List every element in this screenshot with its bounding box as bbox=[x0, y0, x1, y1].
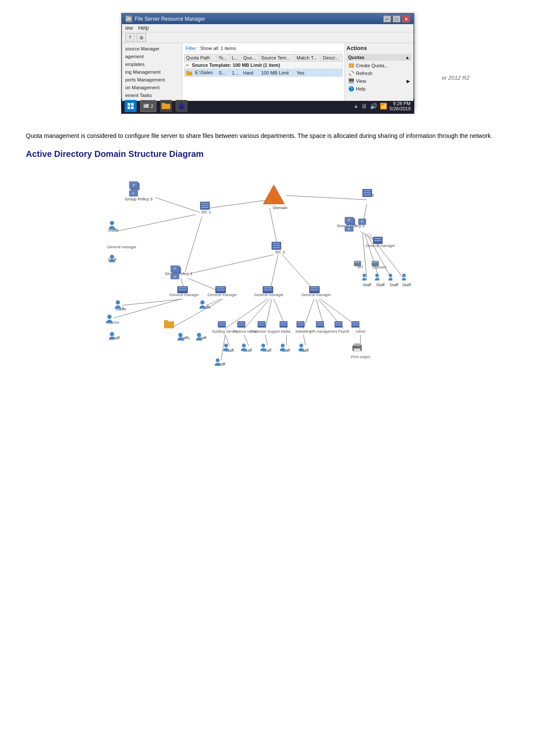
svg-rect-156 bbox=[216, 290, 225, 291]
svg-rect-164 bbox=[219, 322, 225, 324]
col-quo[interactable]: Quo... bbox=[241, 54, 259, 62]
svg-rect-182 bbox=[335, 322, 342, 324]
col-quota-path[interactable]: Quota Path bbox=[184, 54, 217, 62]
sidebar: source Manager agement emplates ing Mana… bbox=[122, 43, 182, 101]
svg-line-21 bbox=[208, 200, 269, 209]
svg-line-34 bbox=[363, 234, 367, 280]
col-source-tem[interactable]: Source Tem... bbox=[259, 54, 294, 62]
create-quota-label: Create Quota... bbox=[356, 63, 388, 68]
svg-text:+: + bbox=[350, 64, 352, 68]
menu-bar: iew Help bbox=[122, 24, 413, 32]
svg-rect-11 bbox=[128, 103, 130, 106]
taskbar-clock: 9:28 PM 5/26/2019 bbox=[390, 101, 411, 111]
col-l[interactable]: L... bbox=[230, 54, 241, 62]
svg-rect-8 bbox=[349, 82, 354, 84]
svg-rect-183 bbox=[335, 325, 342, 326]
toolbar-grid-button[interactable]: ⊞ bbox=[137, 33, 146, 42]
svg-rect-113 bbox=[363, 192, 371, 194]
svg-point-149 bbox=[178, 333, 183, 337]
svg-text:P: P bbox=[174, 267, 176, 271]
diagram-svg: Staffs General manager Staff Group Polic… bbox=[26, 166, 509, 381]
app-icon bbox=[125, 16, 132, 22]
action-help[interactable]: ? Help bbox=[347, 85, 412, 93]
maximize-button[interactable]: □ bbox=[393, 16, 400, 22]
help-icon: ? bbox=[348, 86, 354, 92]
sidebar-item-ement-tasks[interactable]: ement Tasks bbox=[122, 91, 182, 99]
svg-rect-165 bbox=[219, 325, 225, 326]
taskbar-app-label: 2 bbox=[151, 103, 153, 109]
svg-text:Marketing: Marketing bbox=[296, 330, 312, 334]
svg-point-139 bbox=[363, 274, 366, 277]
svg-point-195 bbox=[359, 346, 360, 348]
menu-help[interactable]: Help bbox=[138, 25, 149, 31]
svg-line-51 bbox=[244, 335, 249, 346]
minimize-button[interactable]: – bbox=[383, 16, 391, 22]
svg-rect-155 bbox=[216, 287, 225, 289]
svg-rect-127 bbox=[272, 245, 280, 247]
svg-text:Media: Media bbox=[281, 330, 291, 334]
sidebar-item-management[interactable]: agement bbox=[122, 53, 182, 60]
col-pct[interactable]: %... bbox=[217, 54, 230, 62]
svg-line-54 bbox=[303, 335, 306, 346]
taskbar-icon-folder[interactable] bbox=[160, 100, 172, 112]
svg-rect-173 bbox=[280, 322, 287, 324]
table-header-row: Quota Path %... L... Quo... Source Tem..… bbox=[184, 54, 342, 62]
main-content: Filter : Show all: 1 items Quota Path %.… bbox=[182, 43, 344, 101]
svg-rect-167 bbox=[238, 322, 245, 324]
svg-rect-4 bbox=[186, 71, 189, 72]
svg-rect-158 bbox=[264, 287, 272, 289]
taskbar-app-fsrm[interactable]: 2 bbox=[140, 100, 156, 112]
start-button[interactable] bbox=[125, 100, 137, 112]
svg-text:Payroll: Payroll bbox=[338, 330, 349, 334]
actions-quotas-section[interactable]: Quotas ▲ bbox=[347, 54, 412, 61]
col-match-t[interactable]: Match T... bbox=[295, 54, 321, 62]
actions-header: Actions bbox=[347, 45, 412, 52]
svg-point-142 bbox=[402, 274, 406, 277]
svg-text:DC 1: DC 1 bbox=[201, 209, 211, 214]
svg-point-188 bbox=[242, 344, 246, 348]
svg-text:Print output: Print output bbox=[351, 355, 371, 359]
svg-line-43 bbox=[244, 299, 270, 329]
svg-rect-108 bbox=[201, 205, 209, 206]
svg-rect-193 bbox=[354, 344, 361, 346]
sidebar-item-templates[interactable]: emplates bbox=[122, 60, 182, 68]
create-quota-icon: + bbox=[348, 62, 354, 69]
title-controls: – □ ✕ bbox=[383, 16, 410, 22]
taskbar-icon-animal[interactable] bbox=[175, 100, 188, 112]
svg-text:Staff: Staff bbox=[402, 283, 411, 287]
toolbar-help-button[interactable]: ? bbox=[125, 33, 135, 42]
svg-text:?: ? bbox=[350, 87, 353, 91]
title-bar: File Server Resource Manager – □ ✕ bbox=[122, 14, 413, 24]
close-button[interactable]: ✕ bbox=[402, 16, 410, 22]
sidebar-item-source-manager[interactable]: source Manager bbox=[122, 45, 182, 53]
svg-rect-12 bbox=[131, 103, 134, 106]
menu-view[interactable]: iew bbox=[125, 25, 133, 31]
svg-line-23 bbox=[287, 196, 367, 200]
window-body: source Manager agement emplates ing Mana… bbox=[122, 43, 413, 101]
svg-point-148 bbox=[110, 332, 114, 337]
svg-rect-198 bbox=[374, 238, 382, 239]
svg-point-190 bbox=[281, 344, 285, 348]
group-minus-icon: − bbox=[186, 62, 189, 68]
diagram-title: Active Directory Domain Structure Diagra… bbox=[26, 149, 509, 159]
taskbar-left: 2 bbox=[125, 100, 188, 112]
col-descr[interactable]: Descr... bbox=[321, 54, 342, 62]
svg-line-28 bbox=[189, 255, 274, 274]
svg-rect-180 bbox=[316, 325, 323, 326]
quotas-section-arrow: ▲ bbox=[405, 55, 410, 60]
svg-line-27 bbox=[185, 217, 202, 272]
svg-point-144 bbox=[107, 315, 112, 319]
svg-line-24 bbox=[156, 198, 200, 212]
svg-rect-186 bbox=[352, 325, 359, 326]
svg-rect-16 bbox=[144, 104, 146, 106]
svg-rect-194 bbox=[354, 349, 361, 352]
svg-rect-114 bbox=[363, 194, 371, 196]
action-create-quota[interactable]: + Create Quota... bbox=[347, 62, 412, 69]
sidebar-item-on-management[interactable]: on Management bbox=[122, 84, 182, 91]
svg-rect-109 bbox=[201, 207, 209, 208]
svg-rect-1 bbox=[126, 17, 128, 19]
svg-rect-168 bbox=[238, 325, 245, 326]
svg-rect-138 bbox=[372, 262, 379, 263]
svg-point-143 bbox=[116, 300, 120, 305]
filter-link[interactable]: Filter bbox=[186, 46, 196, 51]
